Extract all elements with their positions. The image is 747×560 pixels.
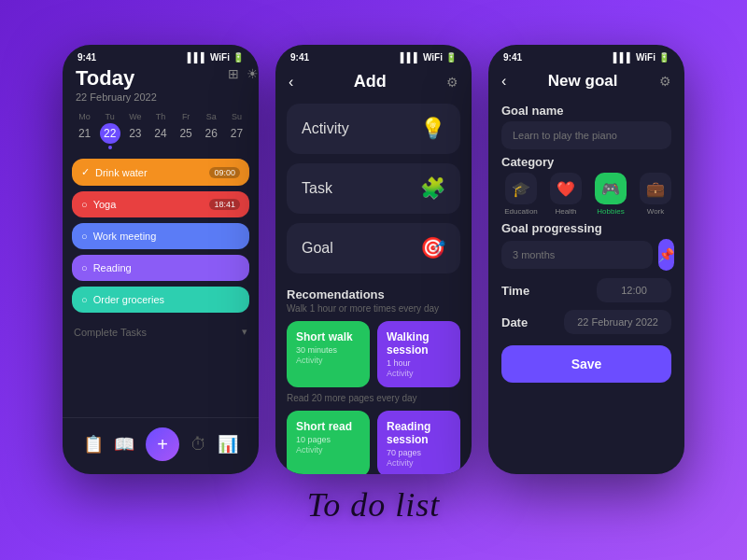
phone-new-goal: 9:41 ▌▌▌ WiFi 🔋 ‹ New goal ⚙ Goal name C…	[488, 45, 684, 474]
task-circle-icon-4: ○	[81, 294, 88, 305]
add-activity-option[interactable]: Activity 💡	[287, 104, 460, 154]
add-goal-option[interactable]: Goal 🎯	[287, 223, 460, 273]
back-button-2[interactable]: ‹	[289, 74, 293, 91]
recommendations-section: Recomendations Walk 1 hour or more times…	[275, 278, 472, 474]
active-day-dot	[108, 146, 112, 149]
back-button-3[interactable]: ‹	[501, 73, 506, 90]
goal-name-input[interactable]	[501, 121, 671, 149]
date-value[interactable]: 22 February 2022	[564, 310, 671, 334]
status-bar-1: 9:41 ▌▌▌ WiFi 🔋	[63, 45, 259, 66]
status-icons-2: ▌▌▌ WiFi 🔋	[401, 52, 457, 63]
task-yoga[interactable]: ○ Yoga 18:41	[72, 191, 249, 217]
category-label: Category	[501, 155, 671, 169]
task-work-meeting[interactable]: ○ Work meeting	[72, 223, 249, 249]
today-date: 22 February 2022	[76, 91, 246, 103]
task-drink-water[interactable]: ✓ Drink water 09:00	[72, 159, 249, 186]
cal-day-we: We 23	[125, 112, 146, 149]
goal-name-label: Goal name	[501, 104, 671, 118]
task-badge-2: 18:41	[209, 199, 240, 210]
tasks-list: ✓ Drink water 09:00 ○ Yoga 18:41 ○ Work …	[63, 153, 259, 318]
phone-add: 9:41 ▌▌▌ WiFi 🔋 ‹ Add ⚙ Activity 💡 Task …	[275, 45, 472, 474]
phones-row: 9:41 ▌▌▌ WiFi 🔋 Today 22 February 2022 ⊞…	[63, 45, 684, 474]
task-circle-icon: ○	[81, 199, 88, 210]
today-header-icons: ⊞ ☀	[228, 66, 259, 81]
task-check-icon: ✓	[81, 166, 90, 178]
status-bar-3: 9:41 ▌▌▌ WiFi 🔋	[488, 45, 684, 66]
status-time-3: 9:41	[503, 52, 522, 63]
walk-cards: Short walk 30 minutes Activity Walking s…	[287, 321, 460, 387]
wifi-icon: WiFi	[210, 52, 230, 63]
walking-session-card[interactable]: Walking session 1 hour Activity	[377, 321, 460, 387]
complete-tasks[interactable]: Complete Tasks ▾	[63, 320, 259, 343]
health-icon: ❤️	[557, 180, 575, 198]
category-row: 🎓 Education ❤️ Health 🎮 Hobbies 💼 Work 🎯	[501, 173, 671, 216]
time-value[interactable]: 12:00	[597, 278, 671, 302]
status-icons-1: ▌▌▌ WiFi 🔋	[188, 52, 244, 63]
wifi-icon-3: WiFi	[636, 52, 655, 63]
task-reading[interactable]: ○ Reading	[72, 255, 249, 281]
date-label: Date	[501, 315, 528, 329]
cat-health[interactable]: ❤️ Health	[546, 173, 585, 216]
goal-progress-label: Goal progressing	[501, 221, 671, 235]
chevron-down-icon: ▾	[242, 326, 247, 338]
progress-row: 📌	[501, 239, 671, 271]
short-walk-card[interactable]: Short walk 30 minutes Activity	[287, 321, 370, 387]
cal-day-th: Th 24	[150, 112, 171, 149]
signal-icon-2: ▌▌▌	[401, 52, 420, 63]
wifi-icon-2: WiFi	[423, 52, 443, 63]
cal-day-fr: Fr 25	[176, 112, 196, 149]
time-label: Time	[501, 284, 529, 298]
short-read-card[interactable]: Short read 10 pages Activity	[287, 411, 370, 474]
today-title: Today	[76, 66, 246, 91]
goal-icon: 🎯	[420, 236, 445, 260]
status-bar-2: 9:41 ▌▌▌ WiFi 🔋	[275, 45, 472, 66]
status-icons-3: ▌▌▌ WiFi 🔋	[613, 52, 669, 63]
pin-button[interactable]: 📌	[658, 239, 674, 271]
hobbies-icon: 🎮	[601, 180, 620, 198]
add-title: Add	[354, 72, 387, 91]
task-icon: 🧩	[420, 176, 445, 201]
phone-today: 9:41 ▌▌▌ WiFi 🔋 Today 22 February 2022 ⊞…	[63, 45, 259, 474]
new-goal-title: New goal	[548, 72, 618, 91]
time-row: Time 12:00	[488, 278, 684, 302]
status-time-1: 9:41	[78, 52, 96, 63]
sun-icon: ☀	[247, 66, 259, 81]
walk-subtitle: Walk 1 hour or more times every day	[287, 303, 460, 314]
cat-education[interactable]: 🎓 Education	[501, 173, 541, 216]
task-circle-icon-2: ○	[81, 231, 88, 242]
cat-hobbies[interactable]: 🎮 Hobbies	[591, 173, 630, 216]
cal-day-mo: Mo 21	[75, 112, 95, 149]
read-subtitle: Read 20 more pages every day	[287, 393, 460, 403]
task-circle-icon-3: ○	[81, 262, 88, 273]
new-goal-header: ‹ New goal ⚙	[488, 66, 684, 94]
battery-icon-3: 🔋	[658, 52, 669, 63]
settings-icon-3[interactable]: ⚙	[659, 74, 671, 89]
progress-input[interactable]	[501, 241, 653, 269]
cat-work[interactable]: 💼 Work	[636, 173, 671, 216]
nav-clock-icon[interactable]: ⏱	[190, 435, 207, 455]
nav-chart-icon[interactable]: 📊	[218, 434, 238, 455]
education-icon: 🎓	[512, 180, 530, 198]
add-header: ‹ Add ⚙	[275, 66, 472, 99]
activity-icon: 💡	[420, 117, 445, 141]
cal-day-tu[interactable]: Tu 22	[100, 112, 120, 149]
grid-icon: ⊞	[228, 66, 239, 81]
date-row: Date 22 February 2022	[488, 310, 684, 334]
settings-icon-2[interactable]: ⚙	[446, 75, 458, 90]
nav-book-icon[interactable]: 📖	[114, 434, 134, 455]
task-badge-1: 09:00	[209, 167, 240, 178]
rec-title: Recomendations	[287, 287, 460, 301]
add-task-option[interactable]: Task 🧩	[287, 163, 460, 214]
cal-day-sa: Sa 26	[201, 112, 221, 149]
nav-clipboard-icon[interactable]: 📋	[83, 434, 104, 455]
task-order-groceries[interactable]: ○ Order groceries	[72, 287, 249, 313]
cal-day-su: Su 27	[226, 112, 247, 149]
status-time-2: 9:41	[290, 52, 309, 63]
work-icon: 💼	[646, 180, 665, 198]
app-title: To do list	[307, 485, 441, 525]
reading-session-card[interactable]: Reading session 70 pages Activity	[377, 411, 460, 474]
save-button[interactable]: Save	[501, 345, 671, 383]
signal-icon: ▌▌▌	[188, 52, 207, 63]
nav-add-button[interactable]: +	[146, 427, 179, 461]
goal-form: Goal name Category 🎓 Education ❤️ Health…	[488, 94, 684, 271]
